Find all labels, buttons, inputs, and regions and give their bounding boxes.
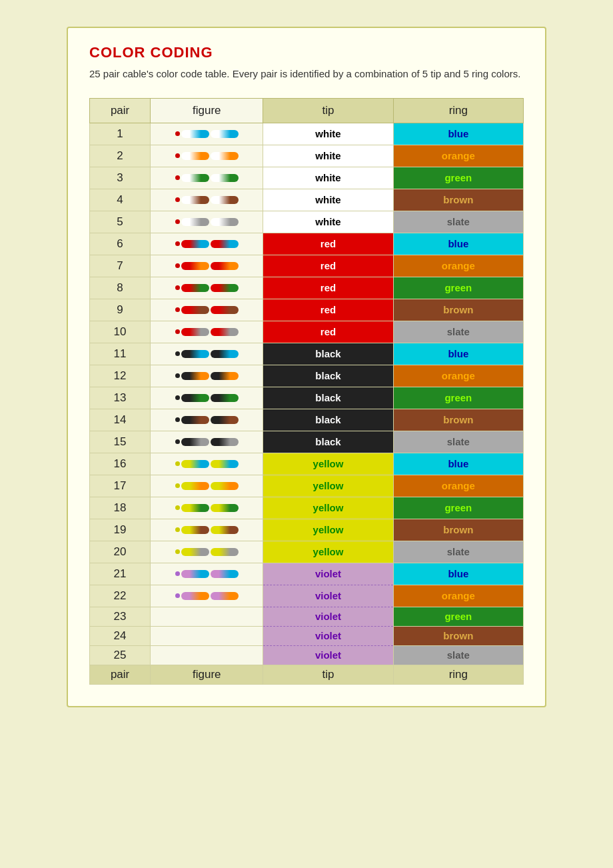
pair-number: 18 — [90, 497, 151, 519]
table-row: 19yellowbrown — [90, 519, 524, 541]
figure-cell — [151, 626, 263, 645]
header-tip: tip — [263, 98, 393, 123]
figure-cell — [151, 365, 263, 387]
tip-color: black — [263, 387, 393, 409]
table-row: 17yelloworange — [90, 475, 524, 497]
table-row: 14blackbrown — [90, 409, 524, 431]
table-row: 20yellowslate — [90, 541, 524, 563]
footer-ring: ring — [393, 665, 523, 684]
tip-color: black — [263, 409, 393, 431]
pair-number: 3 — [90, 167, 151, 189]
pair-number: 15 — [90, 431, 151, 453]
figure-cell — [151, 541, 263, 563]
tip-color: white — [263, 189, 393, 211]
table-row: 21violetblue — [90, 563, 524, 585]
table-row: 6redblue — [90, 233, 524, 255]
ring-color: slate — [393, 541, 523, 563]
pair-number: 12 — [90, 365, 151, 387]
tip-color: black — [263, 365, 393, 387]
tip-color: black — [263, 431, 393, 453]
figure-cell — [151, 189, 263, 211]
pair-number: 20 — [90, 541, 151, 563]
table-row: 24violetbrown — [90, 626, 524, 645]
figure-cell — [151, 343, 263, 365]
pair-number: 4 — [90, 189, 151, 211]
pair-number: 9 — [90, 299, 151, 321]
ring-color: blue — [393, 233, 523, 255]
figure-cell — [151, 321, 263, 343]
color-coding-table: pair figure tip ring 1whiteblue2whiteora… — [89, 98, 524, 685]
header-ring: ring — [393, 98, 523, 123]
figure-cell — [151, 233, 263, 255]
pair-number: 7 — [90, 255, 151, 277]
pair-number: 8 — [90, 277, 151, 299]
ring-color: orange — [393, 255, 523, 277]
figure-cell — [151, 299, 263, 321]
tip-color: white — [263, 167, 393, 189]
table-row: 9redbrown — [90, 299, 524, 321]
ring-color: blue — [393, 453, 523, 475]
ring-color: slate — [393, 211, 523, 233]
tip-color: yellow — [263, 475, 393, 497]
ring-color: orange — [393, 475, 523, 497]
tip-color: yellow — [263, 541, 393, 563]
figure-cell — [151, 409, 263, 431]
pair-number: 24 — [90, 626, 151, 645]
ring-color: brown — [393, 519, 523, 541]
table-row: 1whiteblue — [90, 123, 524, 145]
tip-color: violet — [263, 563, 393, 585]
table-row: 10redslate — [90, 321, 524, 343]
pair-number: 1 — [90, 123, 151, 145]
pair-number: 19 — [90, 519, 151, 541]
figure-cell — [151, 519, 263, 541]
pair-number: 5 — [90, 211, 151, 233]
tip-color: violet — [263, 585, 393, 607]
figure-cell — [151, 211, 263, 233]
ring-color: blue — [393, 343, 523, 365]
pair-number: 10 — [90, 321, 151, 343]
ring-color: brown — [393, 626, 523, 645]
table-row: 8redgreen — [90, 277, 524, 299]
figure-cell — [151, 167, 263, 189]
tip-color: white — [263, 211, 393, 233]
pair-number: 22 — [90, 585, 151, 607]
pair-number: 17 — [90, 475, 151, 497]
table-row: 15blackslate — [90, 431, 524, 453]
figure-cell — [151, 277, 263, 299]
tip-color: violet — [263, 626, 393, 645]
figure-cell — [151, 645, 263, 665]
tip-color: black — [263, 343, 393, 365]
table-row: 13blackgreen — [90, 387, 524, 409]
ring-color: green — [393, 497, 523, 519]
ring-color: green — [393, 607, 523, 626]
tip-color: violet — [263, 607, 393, 626]
pair-number: 23 — [90, 607, 151, 626]
tip-color: red — [263, 321, 393, 343]
figure-cell — [151, 497, 263, 519]
figure-cell — [151, 475, 263, 497]
figure-cell — [151, 123, 263, 145]
table-row: 2whiteorange — [90, 145, 524, 167]
table-row: 23violetgreen — [90, 607, 524, 626]
ring-color: green — [393, 387, 523, 409]
ring-color: slate — [393, 431, 523, 453]
ring-color: slate — [393, 645, 523, 665]
pair-number: 25 — [90, 645, 151, 665]
header-figure: figure — [151, 98, 263, 123]
tip-color: yellow — [263, 519, 393, 541]
tip-color: yellow — [263, 453, 393, 475]
header-pair: pair — [90, 98, 151, 123]
main-container: COLOR CODING 25 pair cable's color code … — [67, 27, 546, 707]
ring-color: slate — [393, 321, 523, 343]
pair-number: 21 — [90, 563, 151, 585]
table-row: 18yellowgreen — [90, 497, 524, 519]
figure-cell — [151, 255, 263, 277]
table-row: 16yellowblue — [90, 453, 524, 475]
page-title: COLOR CODING — [89, 44, 524, 61]
tip-color: red — [263, 299, 393, 321]
ring-color: brown — [393, 189, 523, 211]
tip-color: red — [263, 233, 393, 255]
figure-cell — [151, 607, 263, 626]
figure-cell — [151, 431, 263, 453]
ring-color: green — [393, 277, 523, 299]
